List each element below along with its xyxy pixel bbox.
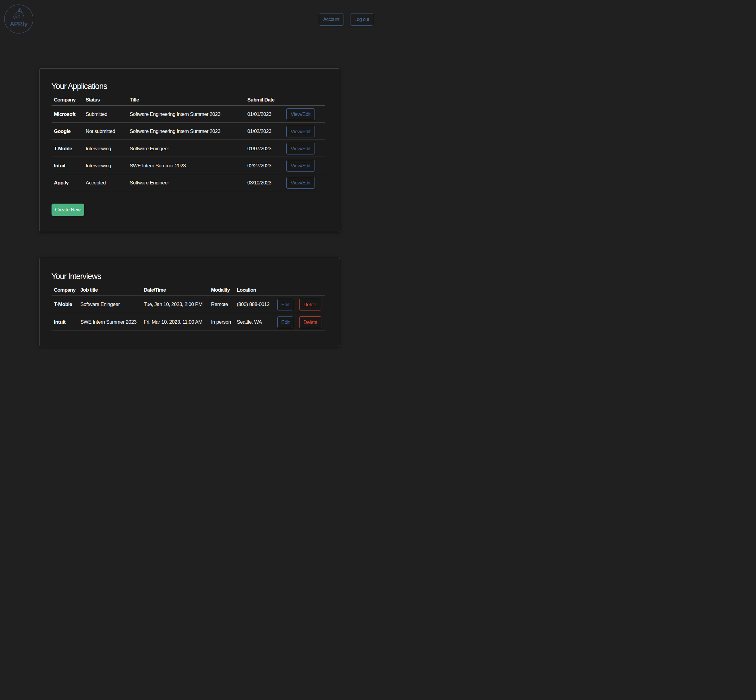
svg-text:APP.ly: APP.ly bbox=[9, 20, 28, 27]
